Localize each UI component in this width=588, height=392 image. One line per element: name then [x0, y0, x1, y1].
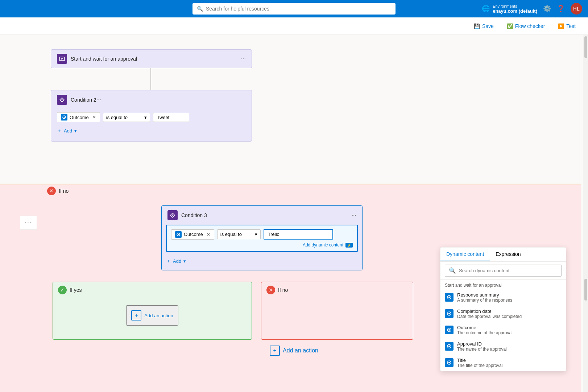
condition3-title: Condition 3 [181, 212, 352, 218]
help-icon[interactable]: ❓ [557, 5, 565, 13]
environment-text: Environments enayu.com (default) [493, 4, 537, 14]
save-icon: 💾 [474, 23, 480, 29]
panel-item-icon-2 [445, 326, 454, 334]
condition3-tag: Outcome ✕ [171, 229, 214, 240]
connector-1 [150, 68, 151, 90]
svg-point-6 [448, 297, 450, 298]
search-icon: 🔍 [197, 6, 203, 12]
condition2-tag-icon [61, 114, 67, 121]
condition2-value: Tweet [153, 113, 189, 122]
svg-point-4 [178, 234, 179, 235]
if-no-icon: ✕ [47, 187, 56, 195]
environment-icon: 🌐 [482, 5, 490, 13]
svg-point-12 [448, 346, 450, 347]
plus-icon-3: ＋ [166, 258, 171, 264]
svg-point-10 [448, 329, 450, 331]
panel-item[interactable]: Approval ID The name of the approval [440, 338, 566, 355]
tab-dynamic-content[interactable]: Dynamic content [440, 248, 490, 261]
condition2-node: Condition 2 ··· Outcome ✕ [51, 90, 252, 142]
panel-search-input-wrapper: 🔍 [445, 265, 562, 277]
svg-rect-0 [59, 57, 65, 61]
if-no-branch-header: ✕ If no [261, 282, 413, 298]
condition3-tag-icon [175, 231, 182, 238]
condition3-operator[interactable]: is equal to ▾ [217, 229, 261, 239]
flow-canvas: Start and wait for an approval ··· Condi… [0, 35, 588, 392]
if-yes-header: ✓ If yes [53, 282, 252, 298]
panel-search-area: 🔍 [440, 262, 566, 280]
flow-toolbar: 💾 Save ✅ Flow checker ▶️ Test [0, 17, 588, 35]
flow-nodes-container: Start and wait for an approval ··· Condi… [0, 49, 588, 392]
start-wait-menu[interactable]: ··· [241, 56, 246, 62]
if-yes-branch: ✓ If yes + Add an action [53, 282, 252, 340]
if-yes-icon: ✓ [58, 286, 67, 294]
main-scrollbar[interactable] [583, 35, 588, 392]
condition2-add-btn[interactable]: ＋ Add ▾ [57, 126, 77, 135]
settings-icon[interactable]: ⚙️ [543, 5, 551, 13]
test-icon: ▶️ [558, 23, 564, 29]
condition2-header: Condition 2 ··· [51, 90, 107, 109]
add-action-bottom[interactable]: + Add an action [270, 346, 318, 356]
condition2-menu[interactable]: ··· [96, 97, 101, 103]
collapsed-node-menu[interactable]: ··· [20, 216, 37, 230]
svg-point-14 [448, 362, 450, 363]
top-right-controls: 🌐 Environments enayu.com (default) ⚙️ ❓ … [482, 3, 582, 15]
add-action-icon: + [131, 310, 141, 320]
condition3-wrapper: Condition 3 ··· Outcome [161, 205, 363, 270]
chevron-down-icon-4: ▾ [183, 258, 186, 264]
global-search-input[interactable] [206, 6, 391, 12]
panel-item[interactable]: Title The title of the approval [440, 355, 566, 371]
tab-expression[interactable]: Expression [490, 248, 526, 261]
if-yes-label: If yes [70, 287, 82, 293]
top-navigation: 🔍 🌐 Environments enayu.com (default) ⚙️ … [0, 0, 588, 17]
add-dynamic-content-btn[interactable]: Add dynamic content ⚡ [171, 242, 353, 248]
start-wait-icon [57, 54, 67, 64]
panel-item-icon-1 [445, 309, 454, 318]
panel-item[interactable]: Outcome The outcome of the approval [440, 322, 566, 338]
add-action-bottom-icon: + [270, 346, 280, 356]
condition3-header: Condition 3 ··· [162, 206, 362, 225]
scrollbar-thumb-top[interactable] [584, 36, 587, 58]
condition2-operator[interactable]: is equal to ▾ [103, 113, 150, 122]
panel-section-title: Start and wait for an approval [440, 280, 566, 289]
flow-checker-button[interactable]: ✅ Flow checker [503, 21, 548, 31]
test-button[interactable]: ▶️ Test [554, 21, 579, 31]
condition3-node: Condition 3 ··· Outcome [161, 205, 363, 270]
if-yes-add: + Add an action [53, 298, 252, 333]
condition2-title: Condition 2 [71, 97, 96, 103]
panel-item[interactable]: Completion date Date the approval was co… [440, 306, 566, 322]
condition2-tag: Outcome ✕ [57, 112, 100, 122]
panel-item[interactable]: Response summary A summary of the respon… [440, 289, 566, 306]
condition3-value-input[interactable] [264, 229, 333, 240]
start-wait-title: Start and wait for an approval [71, 56, 241, 62]
env-name: enayu.com (default) [493, 8, 537, 14]
environment-info: 🌐 Environments enayu.com (default) [482, 4, 537, 14]
chevron-down-icon: ▾ [144, 115, 147, 120]
panel-items-list: Response summary A summary of the respon… [440, 289, 566, 371]
condition2-tag-label: Outcome [70, 115, 89, 120]
if-no-header: ✕ If no [47, 187, 69, 195]
chevron-down-icon-2: ▾ [74, 128, 77, 134]
panel-item-icon-3 [445, 342, 454, 351]
scrollbar-thumb-bottom[interactable] [584, 279, 587, 301]
env-label: Environments [493, 4, 537, 8]
condition3-tag-label: Outcome [184, 232, 203, 237]
condition3-tag-close[interactable]: ✕ [207, 232, 210, 237]
condition3-menu[interactable]: ··· [352, 212, 356, 219]
global-search-bar[interactable]: 🔍 [192, 3, 396, 15]
dynamic-content-panel: Dynamic content Expression 🔍 Start and w… [440, 247, 566, 371]
condition2-icon [57, 95, 67, 105]
condition3-row: Outcome ✕ is equal to ▾ [171, 229, 353, 240]
svg-point-8 [448, 313, 450, 314]
save-button[interactable]: 💾 Save [470, 21, 497, 31]
condition3-icon [167, 210, 178, 220]
avatar[interactable]: HL [571, 3, 582, 15]
condition2-body: Outcome ✕ is equal to ▾ Tweet ＋ Add ▾ [51, 109, 195, 141]
panel-tabs: Dynamic content Expression [440, 248, 566, 262]
dynamic-search-input[interactable] [459, 268, 558, 273]
condition2-tag-close[interactable]: ✕ [92, 115, 96, 120]
condition2-row: Outcome ✕ is equal to ▾ Tweet [57, 112, 189, 122]
add-dynamic-label: Add dynamic content [303, 242, 343, 248]
start-wait-node: Start and wait for an approval ··· [51, 49, 252, 68]
condition3-add-btn[interactable]: ＋ Add ▾ [166, 256, 186, 266]
add-action-yes-button[interactable]: + Add an action [126, 305, 178, 326]
